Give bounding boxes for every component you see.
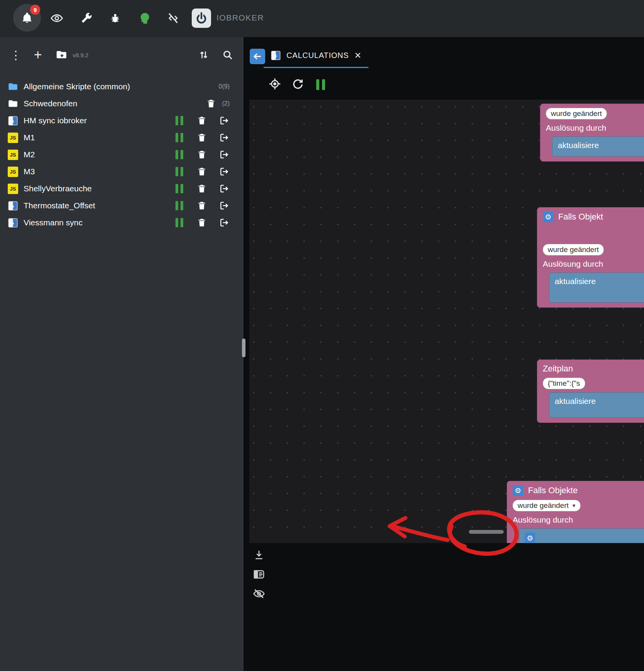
top-bar: 9 IOBROKER (0, 0, 644, 37)
export-icon[interactable] (219, 183, 230, 194)
script-name: Thermostate_Offset (24, 201, 95, 210)
gear-icon[interactable]: ⚙ (543, 211, 554, 222)
pause-icon[interactable] (174, 115, 185, 126)
pause-icon[interactable] (174, 166, 185, 177)
add-script-icon[interactable]: + (32, 48, 43, 62)
script-row[interactable]: Viessmann sync (0, 214, 244, 231)
pause-icon[interactable] (174, 200, 185, 211)
trash-icon[interactable] (196, 115, 207, 126)
script-row[interactable]: JS M1 (0, 129, 244, 146)
code-off-icon[interactable] (166, 11, 181, 26)
editor-area: CALCULATIONS ✕ wurde geändert Auslösung … (244, 37, 644, 671)
blockly-icon (8, 201, 18, 211)
trash-icon[interactable] (196, 200, 207, 211)
blockly-block-schedule[interactable]: Zeitplan {"time":{"s aktualisiere (537, 359, 644, 423)
wrench-icon[interactable] (78, 11, 93, 26)
add-folder-icon[interactable] (56, 49, 67, 61)
block-label: Auslösung durch (543, 259, 644, 269)
folder-count: 0(9) (219, 83, 230, 90)
folder-icon (8, 82, 18, 92)
pause-icon[interactable] (174, 149, 185, 160)
export-icon[interactable] (219, 115, 230, 126)
sidebar-resize-handle[interactable] (242, 339, 245, 357)
sidebar-toolbar: ⋮ + v8.9.2 (0, 37, 244, 73)
close-tab-icon[interactable]: ✕ (354, 51, 361, 60)
blockly-icon (8, 218, 18, 228)
blockly-block-trigger-top[interactable]: wurde geändert Auslösung durch aktualisi… (540, 104, 644, 162)
folder-name: Allgemeine Skripte (common) (24, 82, 130, 91)
folder-name: Schwedenofen (24, 99, 77, 108)
gear-icon[interactable]: ⚙ (513, 485, 523, 496)
kebab-menu-icon[interactable]: ⋮ (10, 48, 19, 62)
sort-icon[interactable] (198, 49, 210, 61)
export-icon[interactable] (219, 149, 230, 160)
javascript-icon: JS (8, 167, 18, 177)
trash-icon[interactable] (196, 166, 207, 177)
script-row[interactable]: JS M2 (0, 146, 244, 163)
trigger-dropdown-field[interactable]: wurde geändert (543, 244, 604, 255)
blockly-block-trigger-bottom[interactable]: ⚙ Falls Objekte wurde geändert ▾ Auslösu… (507, 481, 644, 543)
debug-bug-icon[interactable] (108, 11, 123, 26)
trigger-dropdown-field[interactable]: wurde geändert (546, 108, 607, 119)
version-label: v8.9.2 (73, 52, 89, 58)
export-icon[interactable] (219, 132, 230, 143)
trash-icon[interactable] (196, 217, 207, 228)
block-label: Auslösung durch (513, 515, 644, 525)
back-button[interactable] (250, 49, 265, 64)
horizontal-scrollbar[interactable] (469, 530, 504, 534)
script-row[interactable]: JS M3 (0, 163, 244, 180)
script-name: M2 (24, 150, 35, 159)
export-icon[interactable] (219, 200, 230, 211)
scripts-sidebar: ⋮ + v8.9.2 Allgemeine Skripte (common) 0… (0, 37, 244, 671)
block-header: Falls Objekt (558, 212, 603, 222)
block-label: Auslösung durch (546, 123, 644, 133)
locate-blocks-icon[interactable] (267, 77, 282, 91)
pause-icon[interactable] (174, 132, 185, 143)
trash-icon[interactable] (206, 98, 216, 109)
export-icon[interactable] (219, 217, 230, 228)
trash-icon[interactable] (196, 132, 207, 143)
blockly-block-update-inner[interactable]: aktualisiere (549, 392, 644, 418)
eye-off-icon[interactable] (252, 587, 266, 601)
schedule-field[interactable]: {"time":{"s (543, 378, 585, 389)
blockly-block-update-inner[interactable]: aktualisiere (552, 136, 644, 157)
block-header: Falls Objekte (528, 485, 578, 496)
blockly-canvas[interactable]: wurde geändert Auslösung durch aktualisi… (249, 100, 644, 543)
search-icon[interactable] (222, 49, 233, 61)
script-tree: Allgemeine Skripte (common) 0(9) Schwede… (0, 73, 244, 231)
brand-text: IOBROKER (216, 13, 264, 22)
script-name: M1 (24, 133, 35, 142)
blockly-block-update-inner[interactable]: aktualisiere (549, 272, 644, 303)
eye-icon[interactable] (49, 11, 64, 26)
trigger-dropdown-field[interactable]: wurde geändert ▾ (513, 500, 581, 511)
dropdown-caret-icon: ▾ (572, 502, 576, 509)
javascript-icon: JS (8, 150, 18, 160)
refresh-icon[interactable] (290, 77, 305, 91)
block-header: Zeitplan (543, 364, 573, 374)
log-panel-icon[interactable] (252, 567, 266, 581)
blockly-block-update-inner[interactable]: ⚙ (519, 528, 644, 543)
export-icon[interactable] (219, 166, 230, 177)
tab-label: CALCULATIONS (286, 51, 349, 60)
notification-badge: 9 (30, 5, 40, 15)
blockly-icon (271, 50, 281, 61)
script-row[interactable]: JS ShellyVerbraeuche (0, 180, 244, 197)
expert-mode-icon[interactable] (137, 11, 152, 26)
pause-icon[interactable] (174, 183, 185, 194)
blockly-block-trigger-middle[interactable]: ⚙ Falls Objekt wurde geändert Auslösung … (537, 207, 644, 308)
script-row[interactable]: HM sync iobroker (0, 112, 244, 129)
notifications-button[interactable]: 9 (13, 4, 41, 32)
download-log-icon[interactable] (252, 548, 266, 562)
tab-calculations[interactable]: CALCULATIONS ✕ (264, 44, 368, 68)
iobroker-logo (192, 9, 211, 28)
script-name: HM sync iobroker (24, 116, 87, 125)
folder-row-schwedenofen[interactable]: Schwedenofen (2) (0, 95, 244, 112)
trash-icon[interactable] (196, 149, 207, 160)
pause-script-icon[interactable] (313, 77, 328, 92)
script-row[interactable]: Thermostate_Offset (0, 197, 244, 214)
javascript-icon: JS (8, 133, 18, 143)
pause-icon[interactable] (174, 217, 185, 228)
trash-icon[interactable] (196, 183, 207, 194)
gear-icon[interactable]: ⚙ (525, 533, 535, 543)
folder-row-common[interactable]: Allgemeine Skripte (common) 0(9) (0, 78, 244, 95)
